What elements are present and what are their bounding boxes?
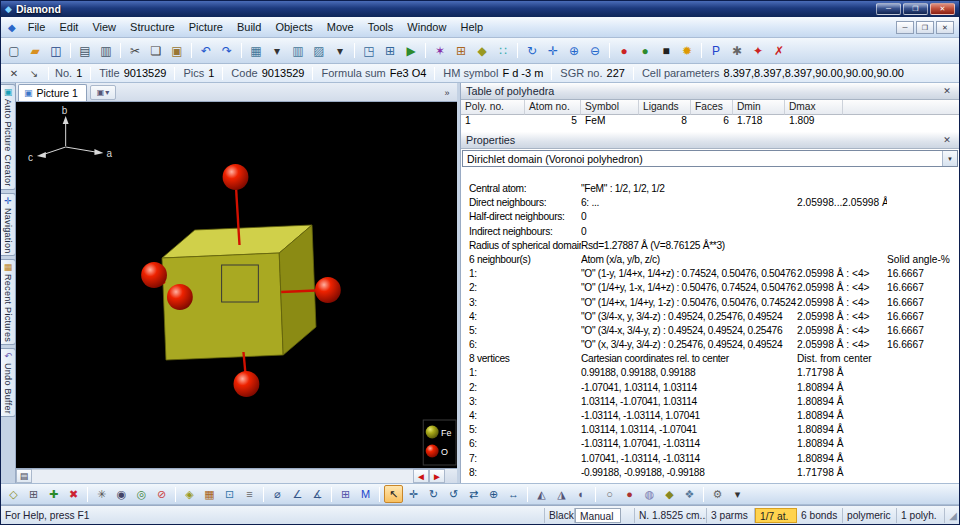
oxygen-atom[interactable]: [223, 164, 249, 190]
distances-table-icon[interactable]: ▥: [288, 41, 308, 60]
titlebar[interactable]: ◆ Diamond ─ ❐ ✕: [1, 1, 959, 17]
dock-tab-recent-pictures[interactable]: ▦Recent Pictures: [1, 259, 16, 345]
close-button[interactable]: ✕: [930, 3, 955, 15]
polyhedra-icon[interactable]: ◆: [472, 41, 492, 60]
dock-tab-auto-picture-creator[interactable]: ▣Auto Picture Creator: [1, 84, 16, 190]
oxygen-atom[interactable]: [167, 284, 193, 310]
scroll-menu-button[interactable]: ▤: [16, 469, 32, 483]
menu-window[interactable]: Window: [400, 19, 453, 35]
zoom-out-icon[interactable]: ⊖: [585, 41, 605, 60]
zoom-in-icon[interactable]: ⊕: [564, 41, 584, 60]
close-panel-icon[interactable]: ✕: [940, 85, 954, 98]
vertex-row[interactable]: 6:-1.03114, 1.07041, -1.031141.80894 Å: [461, 437, 959, 451]
close-structure-icon[interactable]: ✕: [6, 66, 22, 81]
next-picture-button[interactable]: ►: [429, 469, 445, 483]
ball-and-stick-icon[interactable]: ●: [620, 485, 639, 503]
column-header-faces[interactable]: Faces: [691, 100, 733, 115]
column-header-symbol[interactable]: Symbol: [581, 100, 639, 115]
neighbour-row[interactable]: 5:"O" (3/4-x, 3/4-y, z) : 0.49524, 0.495…: [461, 324, 959, 338]
property-row[interactable]: Direct neighbours:6: ...2.05998...2.0599…: [461, 196, 959, 210]
delete-icon[interactable]: ✗: [769, 41, 789, 60]
menu-build[interactable]: Build: [230, 19, 268, 35]
mark-icon[interactable]: ✦: [748, 41, 768, 60]
new-document-icon[interactable]: ▢: [4, 41, 24, 60]
coordination-sphere-icon[interactable]: ◉: [112, 485, 131, 503]
column-header-dmin[interactable]: Dmin: [733, 100, 785, 115]
oxygen-atom[interactable]: [141, 262, 167, 288]
polyhedron-mode-icon[interactable]: ◇: [4, 485, 23, 503]
maximize-button[interactable]: ❐: [903, 3, 928, 15]
cut-icon[interactable]: ✂: [125, 41, 145, 60]
vertex-row[interactable]: 3:1.03114, -1.07041, 1.031141.80894 Å: [461, 395, 959, 409]
structure-table-icon[interactable]: ▦: [246, 41, 266, 60]
measure-torsion-icon[interactable]: ∡: [308, 485, 327, 503]
spin-icon[interactable]: ⇄: [464, 485, 483, 503]
property-row[interactable]: Indirect neighbours:0: [461, 225, 959, 239]
column-header-ligands[interactable]: Ligands: [639, 100, 691, 115]
complete-fragment-icon[interactable]: ◎: [132, 485, 151, 503]
minimize-button[interactable]: ─: [876, 3, 901, 15]
save-icon[interactable]: ◫: [46, 41, 66, 60]
menu-move[interactable]: Move: [320, 19, 361, 35]
translate-icon[interactable]: ✛: [543, 41, 563, 60]
vertex-row[interactable]: 1:0.99188, 0.99188, 0.991881.71798 Å: [461, 366, 959, 380]
zoom-mode-icon[interactable]: ⊕: [484, 485, 503, 503]
property-row[interactable]: Radius of spherical domain:Rsd=1.27887 Å…: [461, 239, 959, 253]
scroll-track[interactable]: [32, 469, 413, 483]
menu-help[interactable]: Help: [453, 19, 490, 35]
menu-file[interactable]: File: [21, 19, 53, 35]
lighting-icon[interactable]: ✹: [677, 41, 697, 60]
column-header-atom-no[interactable]: Atom no.: [525, 100, 581, 115]
break-bonds-icon[interactable]: ⊘: [152, 485, 171, 503]
connect-atoms-icon[interactable]: ✳: [92, 485, 111, 503]
rotate-xy-icon[interactable]: ↻: [424, 485, 443, 503]
perspective-icon[interactable]: ◭: [532, 485, 551, 503]
print-preview-icon[interactable]: ▥: [96, 41, 116, 60]
h-bonds-icon[interactable]: ∷: [493, 41, 513, 60]
goto-structure-icon[interactable]: ↘: [26, 66, 42, 81]
menu-tools[interactable]: Tools: [361, 19, 401, 35]
menu-structure[interactable]: Structure: [123, 19, 182, 35]
menu-objects[interactable]: Objects: [268, 19, 319, 35]
dock-tab-undo-buffer[interactable]: ↶Undo Buffer: [1, 348, 16, 417]
wire-model-icon[interactable]: ○: [600, 485, 619, 503]
properties-dialog-icon[interactable]: ⚙: [708, 485, 727, 503]
letter-m-icon[interactable]: M: [356, 485, 375, 503]
measure-angle-icon[interactable]: ∠: [288, 485, 307, 503]
more-tools-icon[interactable]: ▾: [728, 485, 747, 503]
polyhedra-row[interactable]: 15FeM861.7181.809: [461, 115, 959, 129]
redo-icon[interactable]: ↷: [217, 41, 237, 60]
shift-mode-icon[interactable]: ↔: [504, 485, 523, 503]
atom-color-green-icon[interactable]: ●: [635, 41, 655, 60]
space-filling-icon[interactable]: ◍: [640, 485, 659, 503]
canvas-scrollbar[interactable]: ▤ ◄ ►: [16, 468, 457, 483]
copy-icon[interactable]: ❏: [146, 41, 166, 60]
structure-table-menu-icon[interactable]: ▾: [267, 41, 287, 60]
open-folder-icon[interactable]: ▰: [25, 41, 45, 60]
menu-picture[interactable]: Picture: [182, 19, 230, 35]
add-atom-icon[interactable]: ✚: [44, 485, 63, 503]
fill-cell-icon[interactable]: ▦: [200, 485, 219, 503]
stereo-view-icon[interactable]: ◐: [572, 485, 591, 503]
neighbour-row[interactable]: 6:"O" (x, 3/4-y, 3/4-z) : 0.25476, 0.495…: [461, 338, 959, 352]
expand-tabs-button[interactable]: »: [439, 85, 455, 100]
menu-view[interactable]: View: [85, 19, 123, 35]
mdi-close-button[interactable]: ✕: [936, 21, 954, 34]
previous-picture-button[interactable]: ◄: [413, 469, 429, 483]
unit-cell-icon[interactable]: ⊞: [24, 485, 43, 503]
vertex-row[interactable]: 8:-0.99188, -0.99188, -0.991881.71798 Å: [461, 466, 959, 480]
close-panel-icon[interactable]: ✕: [940, 134, 954, 147]
atom-color-red-icon[interactable]: ●: [614, 41, 634, 60]
oxygen-atom[interactable]: [315, 277, 341, 303]
background-color-icon[interactable]: ■: [656, 41, 676, 60]
new-picture-icon[interactable]: ◳: [359, 41, 379, 60]
neighbour-row[interactable]: 2:"O" (1/4+y, 1-x, 1/4+z) : 0.50476, 0.7…: [461, 281, 959, 295]
domain-type-dropdown[interactable]: Dirichlet domain (Voronoi polyhedron) ▼: [462, 150, 958, 167]
chevron-down-icon[interactable]: ▼: [942, 151, 957, 166]
pack-range-icon[interactable]: ⊡: [220, 485, 239, 503]
fill-unit-cell-icon[interactable]: ⊞: [451, 41, 471, 60]
picture-layout-icon[interactable]: ⊞: [380, 41, 400, 60]
tab-picture-1[interactable]: ▣ Picture 1: [18, 84, 87, 101]
paste-icon[interactable]: ▣: [167, 41, 187, 60]
print-icon[interactable]: ▤: [75, 41, 95, 60]
